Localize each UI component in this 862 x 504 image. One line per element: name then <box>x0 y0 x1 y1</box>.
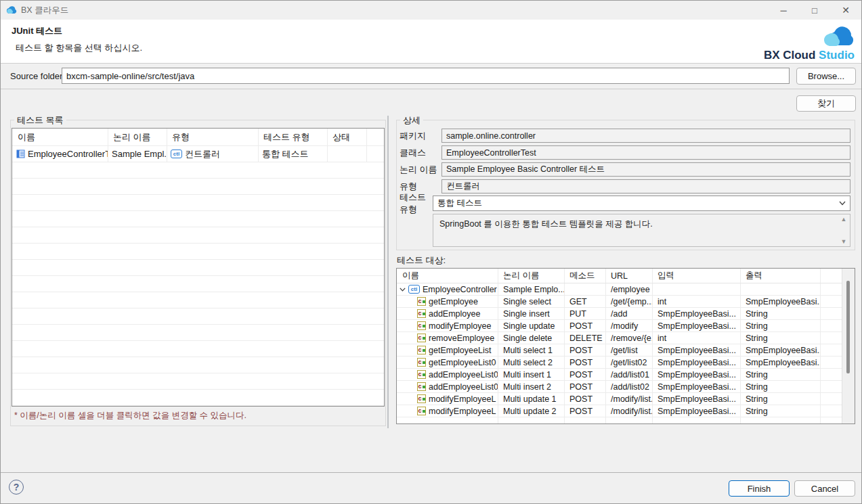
chevron-down-icon <box>839 201 846 206</box>
column-header-type[interactable]: 유형 <box>167 131 258 143</box>
method-cell-input: SmpEmployeeBasi... <box>658 309 736 319</box>
browse-button[interactable]: Browse... <box>796 68 856 85</box>
method-cell-logical-name: Single delete <box>503 334 552 343</box>
detail-field-row: 논리 이름 Sample Employee Basic Controller 테… <box>400 161 852 178</box>
test-target-table: 이름 논리 이름 메소드 URL 입력 출력 ctl EmployeeContr… <box>396 268 855 424</box>
detail-field-row: 유형 컨트롤러 <box>400 178 852 195</box>
column-header-input[interactable]: 입력 <box>652 270 740 281</box>
test-list-row[interactable]: EmployeeControllerT... Sample Empl... ct… <box>12 146 384 162</box>
empty-grid-rows <box>12 162 384 406</box>
test-list-table: 이름 논리 이름 유형 테스트 유형 상태 <box>12 128 385 407</box>
test-type-dropdown[interactable]: 통합 테스트 <box>433 196 850 211</box>
method-row[interactable]: c getEmployeeList0 Multi select 2 POST /… <box>397 357 855 369</box>
method-cell-method: POST <box>569 370 592 380</box>
detail-field-value[interactable]: EmployeeControllerTest <box>441 145 850 160</box>
method-cell-url: /modify <box>611 321 638 331</box>
detail-field-value[interactable]: 컨트롤러 <box>441 179 850 193</box>
edit-hint-note: * 이름/논리 이름 셀을 더블 클릭하면 값을 변경할 수 있습니다. <box>14 410 246 421</box>
method-cell-name: addEmployee <box>429 309 480 319</box>
method-cell-method: POST <box>569 394 592 404</box>
method-icon: c <box>417 407 426 415</box>
method-cell-url: /modify/list... <box>611 394 652 404</box>
controller-badge-icon: ctl <box>408 285 420 294</box>
method-cell-url: /add/list01 <box>611 370 649 380</box>
cancel-button[interactable]: Cancel <box>794 480 855 497</box>
method-cell-logical-name: Multi update 1 <box>503 394 557 404</box>
method-cell-input: int <box>658 297 666 306</box>
source-folder-row: Source folder: bxcm-sample-online/src/te… <box>1 64 861 89</box>
method-cell-url: /get/list02 <box>611 358 647 367</box>
method-cell-output: String <box>746 394 768 404</box>
column-header-method[interactable]: 메소드 <box>564 270 605 281</box>
method-cell-name: getEmployee <box>429 297 478 306</box>
source-folder-input[interactable]: bxcm-sample-online/src/test/java <box>62 68 790 84</box>
method-cell-output: SmpEmployeeBasi... <box>746 346 820 355</box>
page-title: JUnit 테스트 <box>12 25 62 37</box>
column-header-logical-name[interactable]: 논리 이름 <box>108 131 167 143</box>
column-header-test-type[interactable]: 테스트 유형 <box>258 131 327 143</box>
method-cell-output: String <box>746 407 768 416</box>
method-row[interactable]: c removeEmployee Single delete DELETE /r… <box>397 332 855 344</box>
method-cell-output: String <box>746 370 768 380</box>
method-cell-input: SmpEmployeeBasi... <box>658 370 736 380</box>
method-cell-output: String <box>746 309 768 319</box>
controller-parent-row[interactable]: ctl EmployeeController Sample Emplo... /… <box>397 283 855 296</box>
finish-button[interactable]: Finish <box>729 480 790 497</box>
method-icon: c <box>417 370 426 379</box>
detail-group-title: 상세 <box>400 114 423 127</box>
panel-sash[interactable] <box>387 116 389 428</box>
column-header-name[interactable]: 이름 <box>397 270 498 281</box>
method-cell-method: PUT <box>569 309 586 319</box>
method-row[interactable]: c addEmployeeList0 Multi insert 1 POST /… <box>397 369 855 381</box>
maximize-icon[interactable]: □ <box>799 1 830 20</box>
method-icon: c <box>417 334 426 342</box>
method-row[interactable]: c modifyEmployee Single update POST /mod… <box>397 320 855 332</box>
method-row[interactable]: c modifyEmployeeL Multi update 2 POST /m… <box>397 405 855 417</box>
method-cell-logical-name: Multi insert 1 <box>503 370 551 380</box>
detail-field-value[interactable]: sample.online.controller <box>441 129 850 143</box>
find-button[interactable]: 찾기 <box>796 95 856 112</box>
method-cell-url: /get/list <box>611 346 638 355</box>
method-cell-url: /get/{emp... <box>611 297 652 306</box>
method-cell-name: modifyEmployeeL <box>429 407 496 416</box>
scroll-up-icon[interactable]: ▲ <box>841 216 847 223</box>
method-row[interactable]: c getEmployee Single select GET /get/{em… <box>397 296 855 308</box>
column-header-url[interactable]: URL <box>605 271 652 281</box>
test-list-cell-logical-name: Sample Empl... <box>112 149 167 159</box>
method-row[interactable]: c addEmployee Single insert PUT /add Smp… <box>397 308 855 320</box>
method-cell-method: POST <box>569 346 592 355</box>
help-icon[interactable]: ? <box>9 480 24 495</box>
method-cell-url: /remove/{e... <box>611 334 652 343</box>
test-type-value: 통합 테스트 <box>437 198 482 209</box>
method-row[interactable]: c getEmployeeList Multi select 1 POST /g… <box>397 344 855 357</box>
method-cell-name: removeEmployee <box>429 334 494 343</box>
method-cell-output: SmpEmployeeBasi... <box>746 297 820 306</box>
test-list-cell-test-type: 통합 테스트 <box>262 148 309 160</box>
detail-field-value[interactable]: Sample Employee Basic Controller 테스트 <box>441 162 850 177</box>
detail-fields: 패키지 sample.online.controller 클래스 Employe… <box>400 127 852 247</box>
column-header-name[interactable]: 이름 <box>12 131 108 143</box>
detail-field-label: 논리 이름 <box>400 164 441 176</box>
column-header-status[interactable]: 상태 <box>327 131 366 143</box>
close-icon[interactable]: ✕ <box>830 1 861 20</box>
detail-field-row: 클래스 EmployeeControllerTest <box>400 144 852 161</box>
test-type-description-box: SpringBoot 를 이용한 통합 테스트 템플릿을 제공 합니다. ▲ ▼ <box>433 214 850 247</box>
scroll-down-icon[interactable]: ▼ <box>841 238 847 245</box>
method-cell-name: addEmployeeList0 <box>429 370 498 380</box>
method-icon: c <box>417 309 426 318</box>
method-cell-output: String <box>746 334 768 343</box>
controller-badge-icon: ctl <box>171 150 182 158</box>
method-row[interactable]: c modifyEmployeeL Multi update 1 POST /m… <box>397 393 855 405</box>
column-header-output[interactable]: 출력 <box>740 270 820 281</box>
method-cell-logical-name: Multi insert 2 <box>503 382 551 392</box>
parent-cell-name: EmployeeController <box>423 285 497 294</box>
column-header-logical-name[interactable]: 논리 이름 <box>498 270 564 281</box>
minimize-icon[interactable]: ─ <box>768 1 799 20</box>
method-cell-input: SmpEmployeeBasi... <box>658 407 736 416</box>
tree-expander-chevron-down-icon[interactable] <box>400 288 406 292</box>
method-cell-input: SmpEmployeeBasi... <box>658 394 736 404</box>
vertical-scrollbar[interactable] <box>842 269 855 423</box>
scrollbar-thumb[interactable] <box>846 281 850 373</box>
method-row[interactable]: c addEmployeeList0 Multi insert 2 POST /… <box>397 381 855 393</box>
method-cell-name: modifyEmployee <box>429 321 491 331</box>
